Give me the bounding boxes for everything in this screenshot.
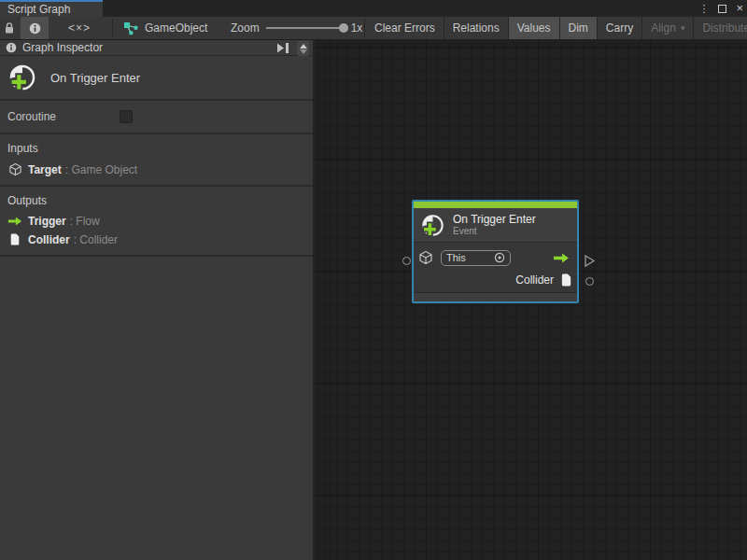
target-object-value: This xyxy=(446,252,494,263)
toolbar-buttons: Clear Errors Relations Values Dim Carry … xyxy=(366,17,747,39)
distribute-dropdown-button[interactable]: Distribute ▾ xyxy=(694,17,747,39)
node-header[interactable]: On Trigger Enter Event xyxy=(414,208,577,242)
align-dropdown-button[interactable]: Align ▾ xyxy=(642,17,694,39)
graph-target-indicator[interactable]: GameObject xyxy=(123,17,207,39)
port-name: Target xyxy=(28,163,62,176)
coroutine-label: Coroutine xyxy=(7,110,56,123)
node-collider-row: Collider xyxy=(418,270,572,290)
port-name: Collider xyxy=(28,233,70,246)
zoom-control: Zoom 1x xyxy=(231,17,362,39)
graph-canvas[interactable]: On Trigger Enter Event This xyxy=(315,40,747,560)
target-input-port[interactable] xyxy=(402,257,411,265)
graph-target-label: GameObject xyxy=(145,21,207,35)
carry-button[interactable]: Carry xyxy=(598,17,642,39)
graph-inspector-header: Graph Inspector xyxy=(0,40,313,56)
inspector-toggle-button[interactable] xyxy=(21,17,49,39)
zoom-value: 1x xyxy=(351,21,363,35)
code-preview-button[interactable]: <×> xyxy=(58,17,101,39)
info-icon xyxy=(6,42,17,53)
arrow-up-icon xyxy=(300,44,307,49)
code-icon: <×> xyxy=(68,21,91,35)
zoom-label: Zoom xyxy=(231,21,260,35)
flow-output-port[interactable] xyxy=(584,254,596,268)
object-picker-icon[interactable] xyxy=(494,252,505,263)
unity-script-graph-window: Script Graph ⋮ × <×> xyxy=(0,0,747,560)
graph-toolbar: <×> GameObject Zoom 1x Clear Errors Rela… xyxy=(0,17,747,40)
trigger-output-port[interactable] xyxy=(553,252,570,264)
cube-icon xyxy=(418,250,433,265)
graph-inspector-panel: Graph Inspector On Trigger Enter Corouti… xyxy=(0,40,313,560)
selected-unit-title: On Trigger Enter xyxy=(50,71,140,85)
outputs-header: Outputs xyxy=(7,194,313,207)
node-body: This Collider xyxy=(414,243,577,292)
event-unit-icon xyxy=(7,63,37,92)
node-title: On Trigger Enter xyxy=(453,213,536,226)
toolbar-separator xyxy=(364,19,365,37)
outputs-section: Outputs Trigger : Flow Collider : Collid… xyxy=(0,187,313,257)
collider-output-port[interactable] xyxy=(585,277,594,286)
chevron-down-icon: ▾ xyxy=(681,23,685,33)
title-bar: Script Graph ⋮ × xyxy=(0,0,747,17)
inputs-header: Inputs xyxy=(7,142,313,155)
port-type: : Collider xyxy=(74,233,118,246)
output-row-trigger: Trigger : Flow xyxy=(7,215,313,228)
values-toggle-button[interactable]: Values xyxy=(509,17,560,39)
toolbar-separator xyxy=(112,19,113,37)
arrow-down-icon xyxy=(300,49,307,54)
zoom-slider-thumb[interactable] xyxy=(339,23,348,33)
window-menu-icon[interactable]: ⋮ xyxy=(698,0,709,17)
zoom-slider[interactable] xyxy=(266,27,345,29)
port-type: : Game Object xyxy=(65,163,137,176)
relations-button[interactable]: Relations xyxy=(444,17,509,39)
clear-errors-button[interactable]: Clear Errors xyxy=(366,17,444,39)
document-icon[interactable] xyxy=(560,273,572,287)
lock-button[interactable] xyxy=(0,17,19,39)
window-controls: ⋮ × xyxy=(698,0,743,17)
node-target-row: This xyxy=(418,245,572,270)
close-icon[interactable]: × xyxy=(736,0,743,17)
cube-icon xyxy=(7,162,22,176)
panel-scrubber-control[interactable] xyxy=(297,41,309,56)
coroutine-checkbox[interactable] xyxy=(120,110,133,123)
event-unit-icon xyxy=(420,213,445,238)
document-icon xyxy=(7,232,22,246)
port-name: Trigger xyxy=(28,215,66,228)
tab-script-graph[interactable]: Script Graph xyxy=(0,0,103,17)
target-object-dropdown[interactable]: This xyxy=(441,250,511,266)
coroutine-setting-row: Coroutine xyxy=(0,101,313,134)
maximize-icon[interactable] xyxy=(718,5,726,13)
port-type: : Flow xyxy=(70,215,100,228)
lock-icon xyxy=(4,21,15,35)
flow-arrow-icon xyxy=(7,216,22,227)
output-row-collider: Collider : Collider xyxy=(7,232,313,246)
on-trigger-enter-node[interactable]: On Trigger Enter Event This xyxy=(412,200,579,303)
script-graph-icon xyxy=(123,21,139,35)
selected-unit-header: On Trigger Enter xyxy=(0,56,313,101)
panel-title: Graph Inspector xyxy=(22,41,103,54)
node-footer xyxy=(414,293,577,301)
dock-panel-icon[interactable] xyxy=(275,42,290,54)
collider-port-label: Collider xyxy=(515,273,554,287)
info-icon xyxy=(29,22,41,35)
inputs-section: Inputs Target : Game Object xyxy=(0,134,313,187)
node-accent-bar xyxy=(414,202,577,208)
input-row-target: Target : Game Object xyxy=(7,162,313,176)
node-subtitle: Event xyxy=(453,226,536,237)
dim-toggle-button[interactable]: Dim xyxy=(560,17,598,39)
